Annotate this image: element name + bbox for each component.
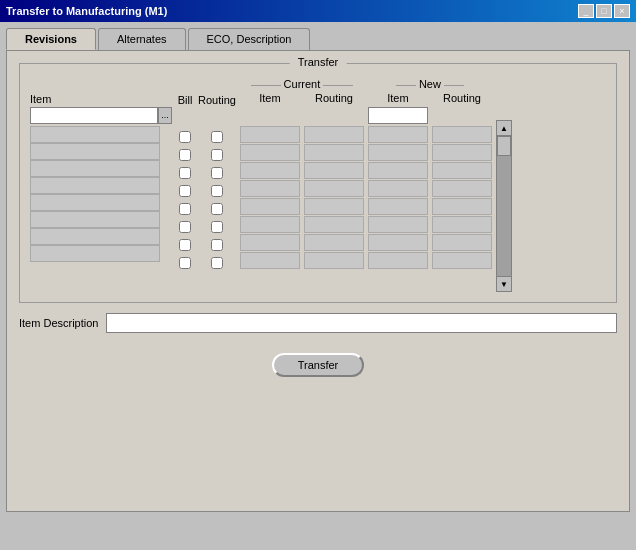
current-item-label: Item — [240, 92, 300, 106]
new-item-column: Item — [368, 92, 428, 270]
routing-checkbox[interactable] — [211, 167, 223, 179]
scroll-up-button[interactable]: ▲ — [496, 120, 512, 136]
list-item[interactable] — [368, 216, 428, 233]
scroll-track — [496, 136, 512, 276]
list-item[interactable] — [240, 198, 300, 215]
bill-checkbox[interactable] — [179, 239, 191, 251]
routing-column: Routing — [198, 78, 236, 271]
list-item[interactable] — [304, 252, 364, 269]
tab-eco-description[interactable]: ECO, Description — [188, 28, 311, 50]
item-browse-button[interactable]: ... — [158, 107, 172, 124]
description-row: Item Description — [19, 313, 617, 333]
window-controls[interactable]: _ □ × — [578, 4, 630, 18]
routing-checkbox[interactable] — [211, 131, 223, 143]
bill-checkbox[interactable] — [179, 203, 191, 215]
list-item[interactable] — [30, 160, 160, 177]
list-item[interactable] — [30, 228, 160, 245]
tab-alternates[interactable]: Alternates — [98, 28, 186, 50]
bill-checkbox[interactable] — [179, 185, 191, 197]
list-item[interactable] — [432, 162, 492, 179]
bill-checkbox[interactable] — [179, 257, 191, 269]
transfer-group-legend: Transfer — [290, 56, 347, 68]
list-item[interactable] — [304, 234, 364, 251]
list-item[interactable] — [30, 211, 160, 228]
list-item[interactable] — [240, 252, 300, 269]
item-col-label: Item — [30, 93, 172, 105]
description-input[interactable] — [106, 313, 617, 333]
list-item[interactable] — [30, 245, 160, 262]
routing-checkbox[interactable] — [211, 257, 223, 269]
list-item[interactable] — [30, 143, 160, 160]
list-item[interactable] — [432, 216, 492, 233]
list-item[interactable] — [368, 180, 428, 197]
list-item[interactable] — [432, 234, 492, 251]
list-item[interactable] — [240, 144, 300, 161]
close-button[interactable]: × — [614, 4, 630, 18]
list-item[interactable] — [304, 198, 364, 215]
bill-column: Bill — [176, 78, 194, 271]
window-title: Transfer to Manufacturing (M1) — [6, 5, 167, 17]
list-item[interactable] — [368, 234, 428, 251]
title-bar: Transfer to Manufacturing (M1) _ □ × — [0, 0, 636, 22]
list-item[interactable] — [240, 234, 300, 251]
current-routing-label: Routing — [304, 92, 364, 106]
tab-revisions[interactable]: Revisions — [6, 28, 96, 50]
item-column: Item ... — [30, 78, 172, 262]
list-item[interactable] — [368, 144, 428, 161]
list-item[interactable] — [30, 126, 160, 143]
item-search-input[interactable] — [30, 107, 158, 124]
main-window: Revisions Alternates ECO, Description Tr… — [0, 22, 636, 550]
list-item[interactable] — [304, 216, 364, 233]
bill-checkbox[interactable] — [179, 131, 191, 143]
list-item[interactable] — [304, 180, 364, 197]
list-item[interactable] — [368, 252, 428, 269]
list-item[interactable] — [368, 198, 428, 215]
current-section: Current Item — [240, 78, 364, 270]
list-item[interactable] — [240, 126, 300, 143]
list-item[interactable] — [432, 126, 492, 143]
routing-checkbox[interactable] — [211, 239, 223, 251]
scroll-down-button[interactable]: ▼ — [496, 276, 512, 292]
routing-checkbox[interactable] — [211, 149, 223, 161]
list-item[interactable] — [432, 252, 492, 269]
list-item[interactable] — [304, 126, 364, 143]
routing-checkbox[interactable] — [211, 221, 223, 233]
list-item[interactable] — [240, 180, 300, 197]
new-section: New Item — [368, 78, 492, 270]
new-section-label: New — [419, 78, 441, 90]
item-rows — [30, 126, 172, 262]
button-row: Transfer — [19, 343, 617, 377]
minimize-button[interactable]: _ — [578, 4, 594, 18]
routing-col-label: Routing — [198, 94, 236, 106]
current-item-column: Item — [240, 92, 300, 270]
current-routing-column: Routing — [304, 92, 364, 270]
maximize-button[interactable]: □ — [596, 4, 612, 18]
routing-checkbox[interactable] — [211, 185, 223, 197]
list-item[interactable] — [240, 162, 300, 179]
content-area: Transfer Item ... — [6, 50, 630, 512]
bill-checkbox[interactable] — [179, 149, 191, 161]
new-routing-column: Routing — [432, 92, 492, 270]
bill-checkbox[interactable] — [179, 167, 191, 179]
transfer-button[interactable]: Transfer — [272, 353, 365, 377]
tab-bar: Revisions Alternates ECO, Description — [6, 28, 630, 50]
description-label: Item Description — [19, 317, 98, 329]
new-item-label: Item — [368, 92, 428, 106]
routing-checkbox[interactable] — [211, 203, 223, 215]
list-item[interactable] — [368, 126, 428, 143]
bill-col-label: Bill — [178, 94, 193, 106]
list-item[interactable] — [432, 144, 492, 161]
list-item[interactable] — [30, 177, 160, 194]
current-section-label: Current — [284, 78, 321, 90]
new-routing-label: Routing — [432, 92, 492, 106]
list-item[interactable] — [432, 198, 492, 215]
list-item[interactable] — [304, 162, 364, 179]
list-item[interactable] — [432, 180, 492, 197]
list-item[interactable] — [368, 162, 428, 179]
scroll-thumb[interactable] — [497, 136, 511, 156]
list-item[interactable] — [304, 144, 364, 161]
list-item[interactable] — [30, 194, 160, 211]
list-item[interactable] — [240, 216, 300, 233]
bill-checkbox[interactable] — [179, 221, 191, 233]
scrollbar[interactable]: ▲ ▼ — [496, 120, 512, 292]
